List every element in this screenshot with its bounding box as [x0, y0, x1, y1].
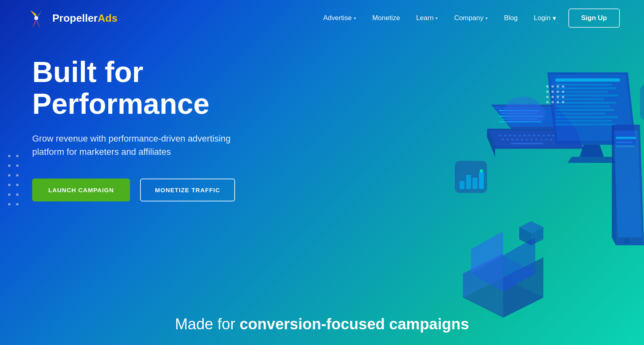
hero-illustration: [322, 24, 644, 326]
svg-rect-27: [518, 135, 521, 136]
svg-point-104: [562, 101, 564, 103]
svg-rect-61: [555, 123, 616, 125]
svg-marker-63: [568, 157, 616, 163]
svg-rect-42: [535, 139, 538, 140]
svg-rect-32: [543, 135, 545, 136]
hero-subtitle: Grow revenue with performance-driven adv…: [32, 132, 235, 158]
svg-rect-33: [547, 135, 550, 136]
svg-rect-54: [555, 98, 604, 100]
svg-rect-51: [555, 87, 616, 89]
svg-point-96: [562, 90, 564, 93]
svg-rect-44: [545, 139, 547, 140]
hero-buttons: LAUNCH CAMPAIGN MONETIZE TRAFFIC: [32, 179, 235, 201]
nav-learn[interactable]: Learn ▾: [416, 14, 438, 22]
svg-rect-43: [540, 139, 543, 140]
company-chevron-icon: ▾: [485, 16, 488, 21]
logo-text: PropellerAds: [52, 12, 118, 25]
svg-rect-45: [550, 139, 552, 140]
svg-rect-34: [552, 135, 555, 136]
nav-login[interactable]: Login ▾: [534, 14, 556, 23]
svg-rect-50: [555, 84, 612, 86]
svg-rect-55: [555, 102, 616, 104]
launch-campaign-button[interactable]: LAUNCH CAMPAIGN: [32, 179, 130, 201]
learn-chevron-icon: ▾: [436, 16, 438, 21]
svg-rect-81: [460, 181, 464, 189]
svg-rect-84: [479, 172, 484, 189]
svg-rect-105: [640, 84, 644, 121]
svg-rect-37: [511, 139, 514, 140]
svg-marker-62: [580, 145, 604, 157]
svg-rect-39: [521, 139, 523, 140]
svg-rect-35: [502, 139, 504, 140]
svg-rect-68: [616, 142, 632, 143]
svg-point-99: [557, 96, 559, 98]
svg-rect-53: [555, 94, 618, 97]
hero-title: Built for Performance: [32, 56, 235, 120]
svg-point-85: [480, 169, 483, 172]
svg-rect-24: [504, 135, 506, 136]
svg-point-90: [551, 85, 554, 88]
svg-point-93: [546, 90, 549, 93]
svg-rect-36: [506, 139, 509, 140]
svg-rect-23: [499, 135, 502, 136]
svg-point-6: [34, 16, 38, 20]
svg-point-101: [546, 101, 549, 103]
nav-blog[interactable]: Blog: [504, 14, 518, 22]
svg-rect-25: [509, 135, 511, 136]
svg-rect-41: [530, 139, 533, 140]
svg-rect-40: [526, 139, 528, 140]
advertise-chevron-icon: ▾: [354, 16, 356, 21]
monetize-traffic-button[interactable]: MONETIZE TRAFFIC: [140, 179, 235, 201]
svg-rect-57: [555, 109, 614, 111]
login-chevron-icon: ▾: [553, 14, 556, 23]
svg-point-92: [562, 85, 564, 88]
svg-point-102: [551, 101, 554, 103]
svg-rect-83: [473, 178, 477, 189]
hero-content: Built for Performance Grow revenue with …: [32, 56, 235, 201]
nav-monetize[interactable]: Monetize: [372, 14, 400, 22]
svg-point-70: [623, 238, 630, 244]
svg-rect-82: [466, 175, 471, 189]
svg-point-98: [551, 96, 554, 98]
svg-rect-30: [533, 135, 535, 136]
decorative-dots: [6, 153, 19, 207]
svg-rect-67: [616, 137, 636, 139]
svg-point-100: [562, 96, 564, 98]
svg-rect-31: [538, 135, 540, 136]
svg-rect-60: [555, 120, 612, 122]
svg-rect-58: [555, 113, 606, 115]
svg-point-97: [546, 96, 549, 98]
svg-rect-56: [555, 105, 610, 107]
svg-rect-59: [555, 116, 618, 118]
svg-rect-49: [555, 78, 620, 82]
hero-bottom-text: Made for conversion-focused campaigns: [175, 316, 469, 333]
svg-rect-69: [616, 146, 634, 147]
navbar: PropellerAds Advertise ▾ Monetize Learn …: [0, 0, 644, 36]
hero-section: PropellerAds Advertise ▾ Monetize Learn …: [0, 0, 644, 345]
nav-links: Advertise ▾ Monetize Learn ▾ Company ▾: [323, 14, 518, 22]
logo-icon: [24, 6, 48, 30]
svg-point-94: [551, 90, 554, 93]
signup-button[interactable]: Sign Up: [568, 8, 620, 28]
svg-point-95: [557, 90, 559, 93]
svg-rect-28: [523, 135, 526, 136]
svg-rect-38: [516, 139, 518, 140]
logo[interactable]: PropellerAds: [24, 6, 118, 30]
nav-company[interactable]: Company ▾: [454, 14, 488, 22]
svg-point-91: [557, 85, 559, 88]
svg-rect-26: [514, 135, 516, 136]
nav-advertise[interactable]: Advertise ▾: [323, 14, 356, 22]
svg-point-89: [546, 85, 549, 88]
svg-rect-46: [511, 143, 543, 144]
svg-point-103: [557, 101, 559, 103]
svg-rect-29: [528, 135, 530, 136]
svg-rect-79: [507, 111, 545, 122]
